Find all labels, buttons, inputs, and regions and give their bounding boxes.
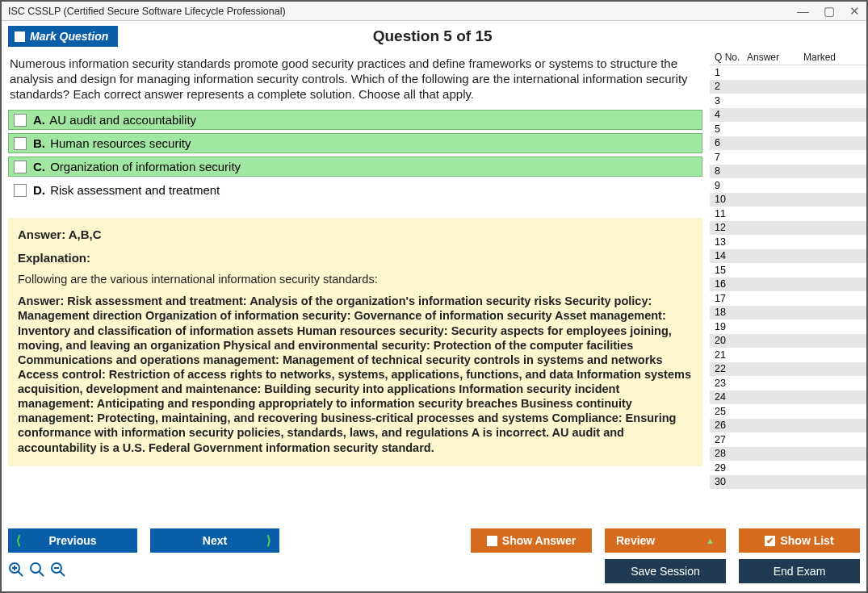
- close-icon[interactable]: ✕: [849, 5, 860, 17]
- explanation-intro: Following are the various international …: [18, 273, 693, 286]
- header-row: Mark Question Question 5 of 15: [2, 21, 866, 50]
- list-item[interactable]: 28: [710, 447, 866, 461]
- answer-option[interactable]: A. AU audit and accountability: [8, 110, 702, 130]
- list-item[interactable]: 20: [710, 334, 866, 349]
- list-item[interactable]: 22: [710, 362, 866, 377]
- list-item[interactable]: 1: [710, 65, 866, 80]
- list-item[interactable]: 18: [710, 306, 866, 320]
- list-item[interactable]: 24: [710, 390, 866, 405]
- footer-row-1: ⟨ Previous Next ⟩ Show Answer Review ▲ S…: [8, 528, 860, 553]
- show-list-button[interactable]: Show List: [739, 528, 860, 553]
- maximize-icon[interactable]: ▢: [824, 5, 835, 17]
- list-item[interactable]: 30: [710, 475, 866, 490]
- option-text: B. Human resources security: [33, 136, 191, 150]
- zoom-out-icon[interactable]: [50, 562, 66, 582]
- header-marked: Marked: [803, 52, 848, 63]
- list-item[interactable]: 15: [710, 263, 866, 278]
- show-answer-button[interactable]: Show Answer: [471, 528, 592, 553]
- list-item[interactable]: 4: [710, 108, 866, 123]
- list-item[interactable]: 2: [710, 80, 866, 94]
- explanation-body: Answer: Risk assessment and treatment: A…: [18, 294, 693, 454]
- list-item[interactable]: 5: [710, 122, 866, 136]
- question-text: Numerous information security standards …: [8, 53, 702, 110]
- list-item[interactable]: 26: [710, 419, 866, 433]
- option-checkbox[interactable]: [14, 114, 27, 127]
- list-item[interactable]: 16: [710, 278, 866, 292]
- mark-question-button[interactable]: Mark Question: [8, 26, 118, 47]
- answer-option[interactable]: B. Human resources security: [8, 133, 702, 153]
- list-item[interactable]: 17: [710, 291, 866, 306]
- end-exam-button[interactable]: End Exam: [739, 559, 860, 583]
- zoom-reset-icon[interactable]: [29, 562, 45, 582]
- answer-option[interactable]: C. Organization of information security: [8, 157, 702, 177]
- mark-checkbox-icon: [15, 31, 25, 42]
- main-column: Numerous information security standards …: [2, 50, 709, 522]
- mark-question-label: Mark Question: [30, 30, 108, 43]
- list-item[interactable]: 10: [710, 193, 866, 207]
- body-row: Numerous information security standards …: [2, 50, 866, 522]
- app-window: ISC CSSLP (Certified Secure Software Lif…: [0, 0, 868, 593]
- header-answer: Answer: [747, 52, 803, 63]
- footer: ⟨ Previous Next ⟩ Show Answer Review ▲ S…: [2, 522, 866, 591]
- chevron-right-icon: ⟩: [266, 533, 271, 548]
- side-column: Q No. Answer Marked 12345678910111213141…: [709, 50, 866, 522]
- list-item[interactable]: 6: [710, 136, 866, 151]
- review-dropdown[interactable]: Review ▲: [605, 528, 726, 553]
- window-controls: — ▢ ✕: [797, 5, 860, 17]
- option-text: C. Organization of information security: [33, 160, 241, 173]
- answer-line: Answer: A,B,C: [18, 228, 693, 241]
- window-title: ISC CSSLP (Certified Secure Software Lif…: [8, 6, 286, 17]
- footer-row-2: Save Session End Exam: [8, 559, 860, 583]
- list-item[interactable]: 25: [710, 404, 866, 419]
- show-list-checkbox-icon: [765, 536, 775, 546]
- zoom-in-icon[interactable]: [8, 562, 24, 582]
- answer-panel: Answer: A,B,C Explanation: Following are…: [8, 218, 702, 466]
- option-checkbox[interactable]: [14, 161, 27, 173]
- options-list: A. AU audit and accountabilityB. Human r…: [8, 110, 702, 200]
- list-item[interactable]: 9: [710, 178, 866, 193]
- previous-button[interactable]: ⟨ Previous: [8, 528, 137, 553]
- list-item[interactable]: 12: [710, 221, 866, 236]
- title-bar: ISC CSSLP (Certified Secure Software Lif…: [2, 2, 866, 21]
- list-item[interactable]: 27: [710, 432, 866, 447]
- option-checkbox[interactable]: [14, 184, 27, 197]
- option-text: D. Risk assessment and treatment: [33, 183, 220, 197]
- list-item[interactable]: 7: [710, 150, 866, 165]
- svg-line-7: [60, 571, 65, 576]
- explanation-header: Explanation:: [18, 251, 693, 265]
- svg-line-5: [39, 571, 44, 576]
- option-text: A. AU audit and accountability: [33, 113, 196, 127]
- minimize-icon[interactable]: —: [797, 5, 809, 17]
- option-checkbox[interactable]: [14, 137, 27, 150]
- chevron-left-icon: ⟨: [16, 533, 21, 548]
- question-list[interactable]: 1234567891011121314151617181920212223242…: [710, 65, 866, 522]
- list-item[interactable]: 14: [710, 249, 866, 264]
- list-item[interactable]: 13: [710, 235, 866, 249]
- list-item[interactable]: 23: [710, 376, 866, 390]
- list-item[interactable]: 8: [710, 165, 866, 179]
- list-item[interactable]: 11: [710, 207, 866, 221]
- save-session-button[interactable]: Save Session: [605, 559, 726, 583]
- show-answer-checkbox-icon: [487, 536, 497, 546]
- side-header: Q No. Answer Marked: [710, 50, 866, 65]
- list-item[interactable]: 21: [710, 348, 866, 362]
- list-item[interactable]: 29: [710, 461, 866, 475]
- list-item[interactable]: 19: [710, 319, 866, 334]
- question-counter: Question 5 of 15: [124, 27, 740, 45]
- list-item[interactable]: 3: [710, 94, 866, 108]
- chevron-up-icon: ▲: [706, 536, 715, 545]
- next-button[interactable]: Next ⟩: [150, 528, 279, 553]
- zoom-controls: [8, 562, 66, 582]
- answer-option[interactable]: D. Risk assessment and treatment: [8, 180, 702, 200]
- header-qno: Q No.: [715, 52, 747, 63]
- svg-line-1: [18, 571, 23, 576]
